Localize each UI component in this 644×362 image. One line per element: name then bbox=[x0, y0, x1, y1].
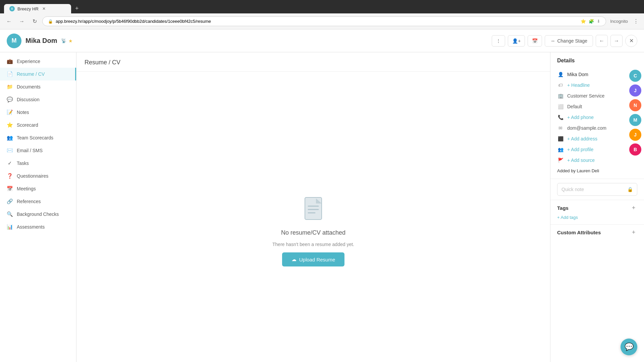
sidebar-item-label: Email / SMS bbox=[17, 148, 43, 153]
page-title: Resume / CV bbox=[85, 59, 542, 66]
documents-icon: 📁 bbox=[7, 84, 13, 90]
change-stage-button[interactable]: ↔ Change Stage bbox=[545, 35, 593, 47]
upload-btn-label: Upload Resume bbox=[299, 257, 335, 262]
add-tag-button[interactable]: + bbox=[630, 204, 637, 212]
calendar-button[interactable]: 📅 bbox=[528, 35, 542, 47]
source-placeholder[interactable]: + Add source bbox=[567, 158, 595, 163]
sidebar-item-questionnaires[interactable]: ❓ Questionnaires bbox=[0, 170, 76, 182]
svg-rect-0 bbox=[305, 197, 322, 220]
sidebar-nav: 💼 Experience 📄 Resume / CV 📁 Documents 💬… bbox=[0, 52, 76, 362]
rss-icon[interactable]: 📡 bbox=[61, 38, 66, 43]
sidebar-item-label: Assessments bbox=[17, 224, 45, 230]
tags-title: Tags bbox=[557, 205, 569, 211]
notes-icon: 📝 bbox=[7, 109, 13, 115]
sidebar-item-documents[interactable]: 📁 Documents bbox=[0, 80, 76, 93]
phone-placeholder[interactable]: + Add phone bbox=[567, 115, 594, 120]
tasks-icon: ✓ bbox=[7, 160, 13, 166]
url-input[interactable] bbox=[56, 19, 578, 24]
phone-icon: 📞 bbox=[557, 114, 564, 121]
lock-icon: 🔒 bbox=[627, 187, 633, 192]
questionnaires-icon: ❓ bbox=[7, 173, 13, 179]
detail-row-profile[interactable]: 👥 + Add profile bbox=[557, 144, 637, 155]
detail-row-source[interactable]: 🚩 + Add source bbox=[557, 155, 637, 166]
add-person-button[interactable]: 👤+ bbox=[508, 35, 525, 47]
address-icon: ⬛ bbox=[557, 135, 564, 142]
custom-attributes-section: Custom Attributes + bbox=[550, 224, 644, 243]
detail-row-address[interactable]: ⬛ + Add address bbox=[557, 133, 637, 144]
content-header: Resume / CV bbox=[76, 52, 550, 72]
sidebar-item-discussion[interactable]: 💬 Discussion bbox=[0, 93, 76, 106]
sidebar-item-experience[interactable]: 💼 Experience bbox=[0, 55, 76, 68]
side-avatar-j1[interactable]: J bbox=[629, 84, 641, 97]
chat-button[interactable]: 💬 bbox=[621, 339, 637, 355]
upload-resume-button[interactable]: ☁ Upload Resume bbox=[282, 252, 345, 266]
added-by: Added by Lauren Deli bbox=[557, 168, 637, 173]
tags-header: Tags + bbox=[557, 204, 637, 212]
main-content: Resume / CV No resume/CV attached There … bbox=[76, 52, 550, 362]
more-options-button[interactable]: ⋮ bbox=[492, 35, 505, 47]
sidebar: 💼 Experience 📄 Resume / CV 📁 Documents 💬… bbox=[0, 52, 76, 362]
detail-row-phone[interactable]: 📞 + Add phone bbox=[557, 112, 637, 123]
side-avatar-b[interactable]: B bbox=[629, 143, 641, 156]
more-btn[interactable]: ⋮ bbox=[632, 17, 640, 26]
detail-row-pipeline: ⬜ Default bbox=[557, 101, 637, 112]
header-icons: 📡 ★ bbox=[61, 38, 73, 44]
add-tags-link[interactable]: + Add tags bbox=[557, 215, 578, 220]
sidebar-item-notes[interactable]: 📝 Notes bbox=[0, 106, 76, 119]
detail-row-headline[interactable]: 🏷 + Headline bbox=[557, 80, 637, 90]
added-by-name: Lauren Deli bbox=[577, 168, 599, 173]
profile-btn[interactable]: Incognito bbox=[609, 17, 629, 25]
tab-close-btn[interactable]: ✕ bbox=[41, 6, 47, 11]
candidate-name: Mika Dom bbox=[25, 37, 57, 45]
sidebar-item-references[interactable]: 🔗 References bbox=[0, 195, 76, 208]
tags-section: Tags + + Add tags bbox=[550, 200, 644, 224]
person-icon: 👤 bbox=[557, 71, 564, 78]
background-checks-icon: 🔍 bbox=[7, 211, 13, 217]
browser-nav-bar: ← → ↻ 🔒 ⭐ 🧩 ⬇ Incognito ⋮ bbox=[0, 13, 644, 29]
resume-icon: 📄 bbox=[7, 71, 13, 77]
sidebar-item-resume-cv[interactable]: 📄 Resume / CV bbox=[0, 68, 76, 80]
quick-note-placeholder: Quick note bbox=[561, 187, 584, 192]
address-placeholder[interactable]: + Add address bbox=[567, 136, 597, 141]
quick-note-input[interactable]: Quick note 🔒 bbox=[557, 183, 637, 196]
meetings-icon: 📅 bbox=[7, 186, 13, 192]
profile-placeholder[interactable]: + Add profile bbox=[567, 147, 593, 152]
tab-title: Breezy HR bbox=[17, 6, 39, 11]
next-candidate-button[interactable]: → bbox=[610, 35, 623, 47]
add-custom-attr-button[interactable]: + bbox=[630, 229, 637, 236]
sidebar-item-tasks[interactable]: ✓ Tasks bbox=[0, 157, 76, 170]
side-avatar-n[interactable]: N bbox=[629, 99, 641, 111]
back-button[interactable]: ← bbox=[4, 16, 14, 26]
sidebar-item-scorecard[interactable]: ⭐ Scorecard bbox=[0, 119, 76, 131]
detail-row-email: ✉ dom@sample.com bbox=[557, 123, 637, 133]
upload-icon: ☁ bbox=[291, 256, 297, 262]
discussion-icon: 💬 bbox=[7, 97, 13, 103]
side-avatar-c[interactable]: C bbox=[629, 70, 641, 82]
prev-candidate-button[interactable]: ← bbox=[596, 35, 608, 47]
tab-favicon: B bbox=[9, 6, 15, 11]
address-bar[interactable]: 🔒 ⭐ 🧩 ⬇ bbox=[42, 16, 606, 26]
side-avatar-m[interactable]: M bbox=[629, 114, 641, 126]
sidebar-item-label: Notes bbox=[17, 110, 29, 115]
forward-button[interactable]: → bbox=[17, 16, 27, 26]
side-avatar-j2[interactable]: J bbox=[629, 129, 641, 141]
experience-icon: 💼 bbox=[7, 58, 13, 64]
active-tab[interactable]: B Breezy HR ✕ bbox=[4, 4, 71, 13]
sidebar-item-team-scorecards[interactable]: 👥 Team Scorecards bbox=[0, 131, 76, 144]
side-user-avatars: C J N M J B bbox=[627, 67, 644, 158]
close-candidate-button[interactable]: ✕ bbox=[625, 35, 637, 47]
headline-placeholder[interactable]: + Headline bbox=[567, 82, 590, 88]
calendar-icon: 📅 bbox=[532, 38, 538, 44]
email-sms-icon: ✉️ bbox=[7, 147, 13, 154]
headline-icon: 🏷 bbox=[557, 82, 564, 88]
star-icon[interactable]: ★ bbox=[68, 38, 73, 44]
candidate-full-name: Mika Dom bbox=[567, 72, 588, 77]
custom-attrs-title: Custom Attributes bbox=[557, 230, 601, 235]
new-tab-button[interactable]: + bbox=[72, 4, 82, 13]
sidebar-item-label: Documents bbox=[17, 84, 41, 89]
sidebar-item-email-sms[interactable]: ✉️ Email / SMS bbox=[0, 144, 76, 157]
reload-button[interactable]: ↻ bbox=[30, 16, 40, 26]
sidebar-item-assessments[interactable]: 📊 Assessments bbox=[0, 221, 76, 233]
sidebar-item-meetings[interactable]: 📅 Meetings bbox=[0, 182, 76, 195]
sidebar-item-background-checks[interactable]: 🔍 Background Checks bbox=[0, 208, 76, 221]
